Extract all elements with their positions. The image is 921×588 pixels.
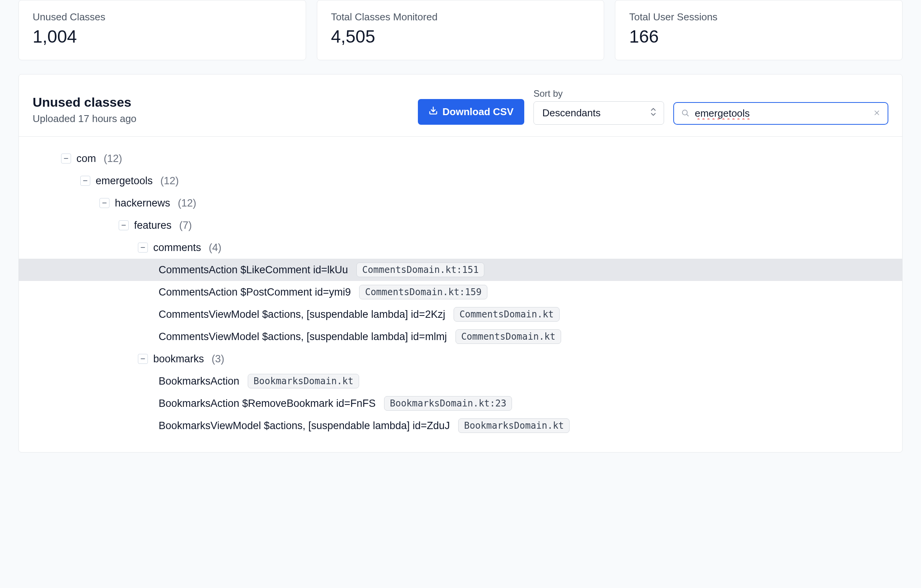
stat-value: 1,004 (33, 26, 292, 47)
tree-node-label: bookmarks (153, 353, 204, 365)
search-input[interactable] (695, 107, 868, 119)
tree-leaf-label: BookmarksViewModel $actions, [suspendabl… (159, 420, 450, 432)
tree-leaf-label: CommentsViewModel $actions, [suspendable… (159, 309, 445, 320)
tree-node-comments[interactable]: − comments (4) (19, 236, 902, 259)
tree-node-hackernews[interactable]: − hackernews (12) (19, 192, 902, 214)
tree-node-count: (12) (104, 153, 122, 165)
tree-leaf-label: CommentsAction $LikeComment id=lkUu (159, 264, 348, 276)
svg-point-1 (682, 110, 687, 115)
collapse-icon[interactable]: − (80, 176, 90, 186)
sort-selected-value: Descendants (542, 107, 601, 119)
tree-node-count: (7) (179, 220, 192, 231)
tree-node-emergetools[interactable]: − emergetools (12) (19, 170, 902, 192)
tree-leaf[interactable]: CommentsViewModel $actions, [suspendable… (19, 303, 902, 325)
tree-leaf[interactable]: BookmarksAction $RemoveBookmark id=FnFS … (19, 392, 902, 415)
source-file-tag: CommentsDomain.kt (456, 329, 562, 344)
stat-value: 166 (629, 26, 888, 47)
source-file-tag: BookmarksDomain.kt:23 (384, 396, 512, 411)
stat-value: 4,505 (331, 26, 590, 47)
tree-leaf-label: BookmarksAction (159, 375, 239, 387)
stat-label: Total User Sessions (629, 11, 888, 23)
source-file-tag: BookmarksDomain.kt (458, 418, 570, 433)
tree-leaf-label: BookmarksAction $RemoveBookmark id=FnFS (159, 398, 376, 410)
download-csv-label: Download CSV (442, 106, 514, 118)
collapse-icon[interactable]: − (61, 154, 71, 164)
main-panel: Unused classes Uploaded 17 hours ago Dow… (18, 74, 903, 453)
uploaded-timestamp: Uploaded 17 hours ago (33, 113, 136, 125)
collapse-icon[interactable]: − (99, 198, 109, 208)
tree-leaf-label: CommentsViewModel $actions, [suspendable… (159, 331, 447, 343)
stat-card-unused: Unused Classes 1,004 (18, 0, 306, 60)
stat-card-total-classes: Total Classes Monitored 4,505 (317, 0, 605, 60)
tree-node-label: features (134, 220, 172, 231)
chevron-updown-icon (650, 107, 657, 119)
tree-node-count: (4) (209, 242, 222, 254)
source-file-tag: BookmarksDomain.kt (248, 374, 359, 388)
download-icon (429, 106, 438, 118)
search-icon (681, 109, 689, 119)
source-file-tag: CommentsDomain.kt:159 (359, 285, 487, 299)
tree-node-label: hackernews (115, 197, 170, 209)
tree-node-features[interactable]: − features (7) (19, 214, 902, 236)
tree-leaf[interactable]: CommentsAction $PostComment id=ymi9 Comm… (19, 281, 902, 303)
svg-line-2 (687, 114, 688, 116)
collapse-icon[interactable]: − (119, 220, 129, 230)
tree-node-count: (3) (212, 353, 224, 365)
collapse-icon[interactable]: − (138, 243, 148, 253)
download-csv-button[interactable]: Download CSV (418, 99, 524, 125)
tree-node-count: (12) (178, 197, 196, 209)
sort-label: Sort by (533, 88, 664, 99)
tree-node-label: com (76, 153, 96, 165)
class-tree: − com (12) − emergetools (12) − hackerne… (19, 137, 902, 452)
collapse-icon[interactable]: − (138, 354, 148, 364)
stat-label: Total Classes Monitored (331, 11, 590, 23)
stat-label: Unused Classes (33, 11, 292, 23)
sort-select[interactable]: Descendants (533, 101, 664, 125)
tree-leaf-label: CommentsAction $PostComment id=ymi9 (159, 286, 351, 298)
source-file-tag: CommentsDomain.kt (454, 307, 560, 322)
panel-header: Unused classes Uploaded 17 hours ago Dow… (19, 74, 902, 137)
search-field[interactable] (673, 102, 888, 125)
stat-card-sessions: Total User Sessions 166 (615, 0, 903, 60)
tree-node-com[interactable]: − com (12) (19, 147, 902, 170)
tree-node-bookmarks[interactable]: − bookmarks (3) (19, 348, 902, 370)
tree-node-label: comments (153, 242, 201, 254)
source-file-tag: CommentsDomain.kt:151 (356, 263, 484, 277)
tree-node-label: emergetools (96, 175, 153, 187)
clear-search-icon[interactable] (873, 109, 881, 118)
tree-leaf[interactable]: CommentsViewModel $actions, [suspendable… (19, 325, 902, 348)
tree-leaf[interactable]: CommentsAction $LikeComment id=lkUu Comm… (19, 259, 902, 281)
tree-leaf[interactable]: BookmarksAction BookmarksDomain.kt (19, 370, 902, 392)
tree-leaf[interactable]: BookmarksViewModel $actions, [suspendabl… (19, 415, 902, 437)
page-title: Unused classes (33, 95, 136, 110)
tree-node-count: (12) (161, 175, 179, 187)
